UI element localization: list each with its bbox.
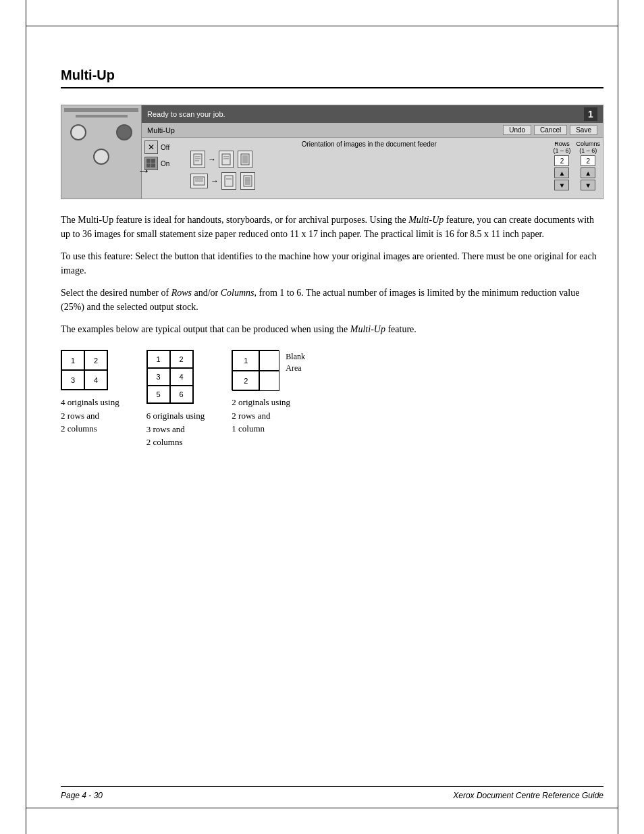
page-border-right xyxy=(618,0,618,834)
blank-labels: Blank Area xyxy=(283,350,305,374)
grid-cell-3-blank-top xyxy=(259,350,279,371)
example-grid-1: 1 2 3 4 xyxy=(61,350,108,390)
rows-counter: Rows(1 – 6) 2 ▲ ▼ xyxy=(553,140,570,196)
machine-bar2 xyxy=(76,115,128,118)
svg-rect-12 xyxy=(242,155,248,163)
arrow-indicator: → xyxy=(137,163,151,178)
ui-main-panel: Ready to scan your job. 1 Multi-Up Undo … xyxy=(142,105,603,199)
grid-cell-2-6: 6 xyxy=(170,386,193,403)
machine-panel: → xyxy=(61,105,142,199)
example-caption-2: 6 originals using3 rows and2 columns xyxy=(146,409,205,449)
body-para-1: The Multi-Up feature is ideal for handou… xyxy=(61,213,603,241)
examples-section: 1 2 3 4 4 originals using2 rows and2 col… xyxy=(61,350,603,449)
grid-cell-1-2: 2 xyxy=(84,350,107,370)
svg-rect-8 xyxy=(222,154,230,165)
rows-label: Rows(1 – 6) xyxy=(553,140,570,154)
cols-counter: Columns(1 – 6) 2 ▲ ▼ xyxy=(576,140,600,196)
footer-left: Page 4 - 30 xyxy=(61,791,103,800)
svg-rect-3 xyxy=(151,163,155,167)
page-border-left xyxy=(26,0,26,834)
grid-cell-2-4: 4 xyxy=(170,368,193,386)
body-para-2: To use this feature: Select the button t… xyxy=(61,249,603,278)
machine-top-bar xyxy=(64,108,138,112)
example-1: 1 2 3 4 4 originals using2 rows and2 col… xyxy=(61,350,119,436)
example-grid-2: 1 2 3 4 5 6 xyxy=(146,350,194,404)
example-3: 1 2 Blank Area 2 originals using2 rows a… xyxy=(232,350,305,436)
portrait-result-1 xyxy=(219,151,234,168)
portrait-source-icon xyxy=(190,151,205,168)
orientation-arrow-2: → xyxy=(211,176,219,186)
grid-cell-3-2: 2 xyxy=(232,371,259,391)
cols-up-button[interactable]: ▲ xyxy=(581,167,595,178)
body-para-3: Select the desired number of Rows and/or… xyxy=(61,286,603,314)
machine-circle-row2 xyxy=(64,149,138,165)
ui-body: ✕ Off On Orientation of images in the do… xyxy=(142,138,603,199)
grid-cell-1-3: 3 xyxy=(61,370,84,390)
svg-rect-19 xyxy=(245,177,250,185)
svg-rect-4 xyxy=(194,154,202,165)
ui-options: ✕ Off On xyxy=(144,140,185,196)
landscape-source-icon xyxy=(190,174,208,188)
rows-value: 2 xyxy=(554,155,569,166)
orientation-arrow-1: → xyxy=(208,155,216,164)
orientation-title: Orientation of images in the document fe… xyxy=(190,140,547,148)
ui-screenshot: → Ready to scan your job. 1 Multi-Up Und… xyxy=(61,105,603,199)
rows-up-button[interactable]: ▲ xyxy=(554,167,569,178)
ui-toolbar-buttons[interactable]: Undo Cancel Save xyxy=(503,125,597,135)
landscape-result-2 xyxy=(240,172,255,190)
grid-cell-1-4: 4 xyxy=(84,370,107,390)
svg-rect-16 xyxy=(225,176,233,186)
example-2: 1 2 3 4 5 6 6 originals using3 rows and2… xyxy=(146,350,205,449)
machine-circle-btn-2 xyxy=(116,124,132,140)
cols-value: 2 xyxy=(581,155,595,166)
on-label: On xyxy=(161,160,169,167)
page-title: Multi-Up xyxy=(61,68,603,88)
example-caption-3: 2 originals using2 rows and1 column xyxy=(232,396,290,436)
ui-option-on[interactable]: On xyxy=(144,157,185,170)
cols-label: Columns(1 – 6) xyxy=(576,140,600,154)
landscape-result-1 xyxy=(221,172,236,190)
ui-toolbar-label: Multi-Up xyxy=(147,126,175,134)
footer: Page 4 - 30 Xerox Document Centre Refere… xyxy=(61,786,603,800)
machine-controls xyxy=(64,124,138,140)
ui-status-text: Ready to scan your job. xyxy=(147,110,225,118)
portrait-result-2 xyxy=(238,151,252,168)
svg-rect-1 xyxy=(151,159,155,163)
body-para-4: The examples below are typical output th… xyxy=(61,322,603,336)
grid-cell-2-5: 5 xyxy=(147,386,170,403)
off-label: Off xyxy=(161,144,169,151)
ui-toolbar: Multi-Up Undo Cancel Save xyxy=(142,123,603,138)
example-caption-1: 4 originals using2 rows and2 columns xyxy=(61,396,119,436)
example-grid-3: 1 2 xyxy=(232,350,279,390)
undo-button[interactable]: Undo xyxy=(503,125,531,135)
ui-page-number: 1 xyxy=(584,107,597,121)
grid-cell-2-1: 1 xyxy=(147,350,170,368)
machine-circle-btn-3 xyxy=(93,149,109,165)
grid-cell-3-blank-bottom xyxy=(259,371,279,391)
orientation-portrait[interactable]: → xyxy=(190,151,547,168)
rows-cols-section: Rows(1 – 6) 2 ▲ ▼ Columns(1 – 6) 2 ▲ ▼ xyxy=(553,140,600,196)
save-button[interactable]: Save xyxy=(570,125,597,135)
page-border-bottom xyxy=(26,808,618,808)
blank-label: Blank xyxy=(286,351,305,363)
machine-circle-btn-1 xyxy=(70,124,86,140)
ui-option-off[interactable]: ✕ Off xyxy=(144,140,185,154)
area-label: Area xyxy=(286,363,305,374)
footer-right: Xerox Document Centre Reference Guide xyxy=(453,791,603,800)
orientation-section: Orientation of images in the document fe… xyxy=(190,140,547,196)
cancel-button[interactable]: Cancel xyxy=(534,125,567,135)
rows-down-button[interactable]: ▼ xyxy=(554,180,569,190)
grid-cell-3-1: 1 xyxy=(232,350,259,371)
orientation-landscape[interactable]: → xyxy=(190,172,547,190)
off-icon: ✕ xyxy=(144,140,158,154)
grid-cell-2-2: 2 xyxy=(170,350,193,368)
page-border-top xyxy=(26,26,618,26)
ui-status-bar: Ready to scan your job. 1 xyxy=(142,105,603,123)
grid-cell-2-3: 3 xyxy=(147,368,170,386)
grid-cell-1-1: 1 xyxy=(61,350,84,370)
cols-down-button[interactable]: ▼ xyxy=(581,180,595,190)
